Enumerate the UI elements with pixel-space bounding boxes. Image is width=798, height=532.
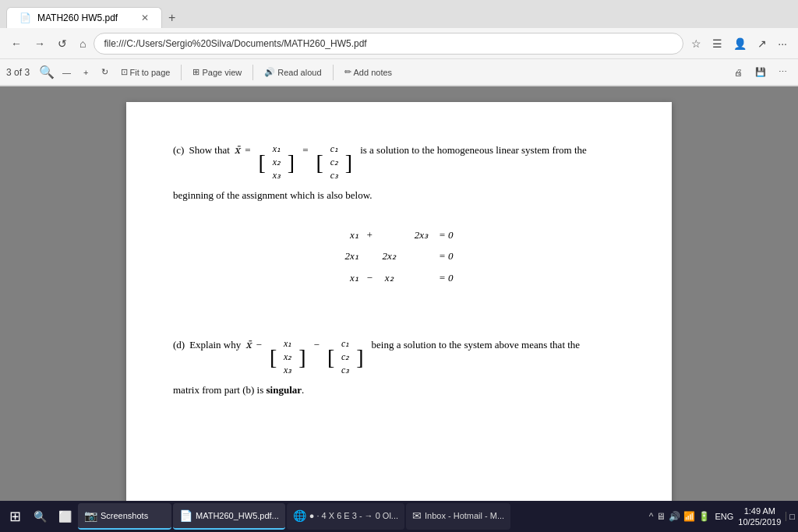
matrix-c-d: [ c₁ c₂ c₃ ] xyxy=(327,336,364,378)
task-view-button[interactable]: ⬜ xyxy=(53,505,76,528)
chevron-icon[interactable]: ^ xyxy=(649,511,654,522)
profile-button[interactable]: 👤 xyxy=(729,34,751,53)
fit-to-page-button[interactable]: ⊡ Fit to page xyxy=(116,65,175,79)
rotate-button[interactable]: ↻ xyxy=(97,65,113,79)
address-bar[interactable] xyxy=(94,33,683,55)
screenshots-label: Screenshots xyxy=(101,511,148,520)
battery-icon: 🔋 xyxy=(698,511,710,522)
tab-bar: 📄 MATH260 HW5.pdf ✕ + xyxy=(0,0,798,28)
matrix-c-content: c₁ c₂ c₃ xyxy=(325,141,344,183)
share-button[interactable]: ↗ xyxy=(753,34,772,53)
clock: 1:49 AM xyxy=(738,506,781,516)
date: 10/25/2019 xyxy=(738,516,781,527)
matrix-c-c: [ c₁ c₂ c₃ ] xyxy=(316,141,353,183)
taskbar-chrome-app[interactable]: 🌐 ● · 4 X 6 E 3 - → 0 Ol... xyxy=(287,503,404,530)
system-icons: ^ 🖥 🔊 📶 🔋 xyxy=(649,511,711,522)
singular-word: singular xyxy=(267,384,302,396)
taskbar-screenshots-app[interactable]: 📷 Screenshots xyxy=(78,503,171,530)
toolbar-separator xyxy=(181,65,182,80)
show-desktop-button[interactable]: □ xyxy=(786,512,795,521)
problem-d-text2: being a solution to the system above mea… xyxy=(372,336,581,354)
problem-c-show-that: Show that xyxy=(189,141,229,159)
print-button[interactable]: 🖨 xyxy=(729,65,747,79)
minus-d: − xyxy=(256,336,262,354)
problem-d-text1: Explain why xyxy=(189,336,241,354)
screenshots-icon: 📷 xyxy=(84,509,97,522)
tab-file-icon: 📄 xyxy=(19,12,31,23)
taskbar-pdf-app[interactable]: 📄 MATH260_HW5.pdf... xyxy=(173,503,285,530)
refresh-button[interactable]: ↺ xyxy=(53,34,72,53)
mail-icon: ✉ xyxy=(412,509,422,522)
right-bracket-x: ] xyxy=(288,153,295,172)
pdf-page: (c) Show that x̄ = [ x₁ x₂ x₃ ] = xyxy=(126,102,672,502)
problem-c-text3: beginning of the assignment which is als… xyxy=(173,189,373,201)
mail-label: Inbox - Hotmail - M... xyxy=(425,511,504,520)
taskbar: ⊞ 🔍 ⬜ 📷 Screenshots 📄 MATH260_HW5.pdf...… xyxy=(0,501,798,532)
nav-bar: ← → ↺ ⌂ ☆ ☰ 👤 ↗ ··· xyxy=(0,28,798,59)
search-icon-pdf: 🔍 xyxy=(39,65,55,79)
equation-row-1: x₁ + 2x₃ = 0 xyxy=(341,225,456,245)
more-tools-button[interactable]: ⋯ xyxy=(774,65,792,79)
save-button[interactable]: 💾 xyxy=(750,65,771,79)
tab-close-button[interactable]: ✕ xyxy=(141,12,149,23)
matrix-x-c: [ x₁ x₂ x₃ ] xyxy=(259,141,295,183)
pen-icon: ✏ xyxy=(344,67,351,77)
speaker-icon[interactable]: 🔊 xyxy=(669,511,680,522)
x-var-d: x̄ xyxy=(245,336,251,354)
equals-c2: = xyxy=(302,141,308,159)
period: . xyxy=(302,384,304,396)
new-tab-button[interactable]: + xyxy=(162,8,182,28)
problem-c-text2: is a solution to the homogeneous linear … xyxy=(360,141,587,159)
problem-c-label: (c) xyxy=(173,141,184,159)
problem-d: (d) Explain why x̄ − [ x₁ x₂ x₃ ] − xyxy=(173,336,625,400)
pdf-toolbar: 3 of 3 🔍 — + ↻ ⊡ Fit to page ⊞ Page view… xyxy=(0,59,798,86)
start-button[interactable]: ⊞ xyxy=(3,505,26,528)
matrix-x-d: [ x₁ x₂ x₃ ] xyxy=(270,336,306,378)
matrix-x-content: x₁ x₂ x₃ xyxy=(267,141,286,183)
taskbar-right: ^ 🖥 🔊 📶 🔋 ENG 1:49 AM 10/25/2019 □ xyxy=(649,506,795,528)
favorites-button[interactable]: ☆ xyxy=(687,34,706,53)
more-button[interactable]: ··· xyxy=(773,34,792,53)
fit-icon: ⊡ xyxy=(121,67,128,77)
problem-d-label: (d) xyxy=(173,336,185,354)
equals-c: = xyxy=(245,141,250,159)
page-indicator: 3 of 3 xyxy=(6,67,30,78)
taskbar-mail-app[interactable]: ✉ Inbox - Hotmail - M... xyxy=(406,503,510,530)
active-tab[interactable]: 📄 MATH260 HW5.pdf ✕ xyxy=(6,7,162,28)
read-aloud-button[interactable]: 🔊 Read aloud xyxy=(260,65,326,79)
right-bracket-c: ] xyxy=(345,153,352,172)
add-notes-button[interactable]: ✏ Add notes xyxy=(340,65,397,79)
equation-row-2: 2x₁ 2x₂ = 0 xyxy=(341,246,456,266)
audio-icon: 🔊 xyxy=(264,67,275,77)
pdf-icon: 📄 xyxy=(179,509,192,522)
pdf-label: MATH260_HW5.pdf... xyxy=(196,511,279,520)
problem-d-text3: matrix from part (b) is xyxy=(173,384,263,396)
left-bracket-c: [ xyxy=(316,153,323,172)
time-block[interactable]: 1:49 AM 10/25/2019 xyxy=(738,506,781,528)
collections-button[interactable]: ☰ xyxy=(708,34,727,53)
nav-actions: ☆ ☰ 👤 ↗ ··· xyxy=(687,34,792,53)
home-button[interactable]: ⌂ xyxy=(75,34,90,53)
problem-c: (c) Show that x̄ = [ x₁ x₂ x₃ ] = xyxy=(173,141,625,289)
zoom-in-button[interactable]: + xyxy=(79,66,93,79)
forward-button[interactable]: → xyxy=(30,34,50,53)
toolbar-separator2 xyxy=(252,65,253,80)
equation-system: x₁ + 2x₃ = 0 2x₁ 2x₂ = 0 xyxy=(340,224,457,289)
pdf-area: (c) Show that x̄ = [ x₁ x₂ x₃ ] = xyxy=(0,86,798,502)
chrome-label: ● · 4 X 6 E 3 - → 0 Ol... xyxy=(309,511,398,520)
left-bracket-x: [ xyxy=(259,153,266,172)
equation-row-3: x₁ − x₂ = 0 xyxy=(341,268,456,287)
cortana-button[interactable]: 🔍 xyxy=(28,505,51,528)
toolbar-separator3 xyxy=(333,65,334,80)
chrome-icon: 🌐 xyxy=(293,509,306,522)
page-view-button[interactable]: ⊞ Page view xyxy=(188,65,246,79)
zoom-out-button[interactable]: — xyxy=(58,66,76,79)
tab-title: MATH260 HW5.pdf xyxy=(37,12,118,23)
wifi-icon: 📶 xyxy=(683,511,695,522)
network-icon: 🖥 xyxy=(656,511,666,522)
x-var-c: x̄ xyxy=(235,141,240,159)
minus-d2: − xyxy=(314,336,320,354)
back-button[interactable]: ← xyxy=(6,34,26,53)
lang-indicator: ENG xyxy=(715,512,733,521)
page-view-icon: ⊞ xyxy=(192,67,200,77)
